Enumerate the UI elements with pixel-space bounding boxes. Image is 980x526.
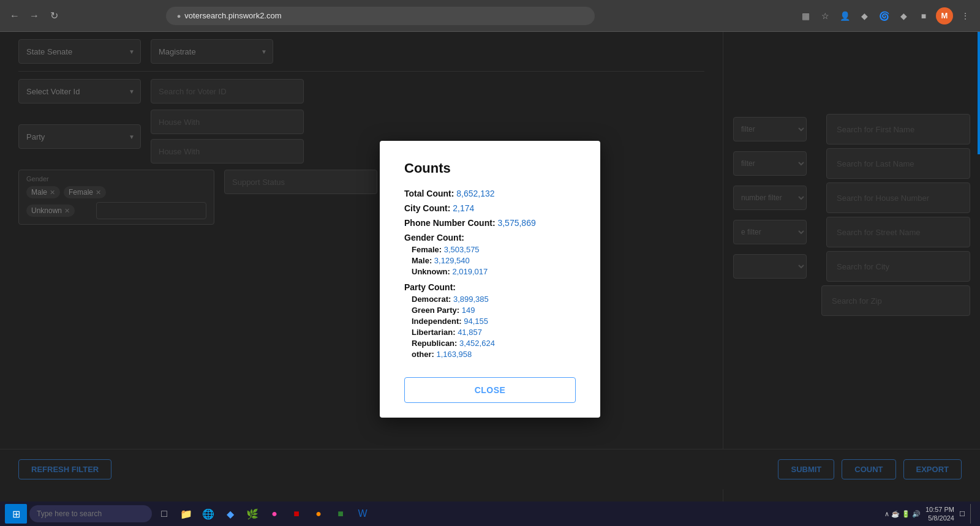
chrome-icon[interactable]: ● [265, 504, 284, 524]
gender-unknown-label: Unknown: [412, 267, 450, 276]
shield-icon[interactable]: ■ [287, 504, 306, 524]
browser-icon-tb[interactable]: 🌐 [198, 504, 218, 524]
modal-title: Counts [404, 160, 576, 176]
party-independent-val: 94,155 [464, 317, 488, 326]
notification-area[interactable]: ☐ [959, 510, 965, 518]
city-count-val: 2,174 [453, 203, 474, 213]
taskbar-search-input[interactable] [29, 505, 152, 522]
taskview-icon[interactable]: □ [154, 504, 174, 524]
phone-count-val: 3,575,869 [497, 218, 535, 228]
extension-icon3[interactable]: ◆ [897, 9, 911, 23]
party-libertarian-label: Libertarian: [412, 328, 456, 337]
modal-overlay: Counts Total Count: 8,652,132 City Count… [0, 32, 980, 526]
party-green-val: 149 [462, 306, 475, 315]
nav-forward-button[interactable]: → [27, 9, 42, 23]
party-democrat-row: Democrat: 3,899,385 [412, 295, 576, 304]
city-count-label: City Count: [404, 203, 450, 213]
party-independent-label: Independent: [412, 317, 462, 326]
gender-male-label: Male: [412, 256, 432, 265]
party-democrat-label: Democrat: [412, 295, 451, 304]
party-independent-row: Independent: 94,155 [412, 317, 576, 326]
party-green-row: Green Party: 149 [412, 306, 576, 315]
files-icon[interactable]: 📁 [176, 504, 196, 524]
party-libertarian-val: 41,857 [458, 328, 482, 337]
gender-count-header: Gender Count: [404, 233, 576, 242]
party-green-label: Green Party: [412, 306, 459, 315]
user-avatar[interactable]: M [936, 7, 953, 24]
address-bar[interactable]: ● votersearch.pinswork2.com [166, 7, 595, 25]
party-count-section: Party Count: Democrat: 3,899,385 Green P… [404, 282, 576, 359]
time: 10:57 PM [925, 505, 954, 514]
party-democrat-val: 3,899,385 [453, 295, 489, 304]
party-republican-label: Republican: [412, 339, 457, 348]
gender-female-row: Female: 3,503,575 [412, 245, 576, 254]
system-tray: ∧ ☕ 🔋 🔊 [884, 510, 921, 518]
city-count-row: City Count: 2,174 [404, 203, 576, 213]
word-icon[interactable]: W [353, 504, 372, 524]
party-republican-val: 3,452,624 [459, 339, 495, 348]
fox-icon[interactable]: ● [309, 504, 328, 524]
nav-refresh-button[interactable]: ↻ [47, 9, 61, 23]
clock: 10:57 PM 5/8/2024 [925, 505, 954, 523]
gender-male-val: 3,129,540 [434, 256, 470, 265]
total-count-row: Total Count: 8,652,132 [404, 189, 576, 198]
leaf-icon[interactable]: 🌿 [243, 504, 262, 524]
counts-modal: Counts Total Count: 8,652,132 City Count… [380, 141, 600, 418]
main-content: State Senate Magistrate Select Volter Id [0, 32, 980, 526]
nav-back-button[interactable]: ← [7, 9, 22, 23]
gender-count-section: Gender Count: Female: 3,503,575 Male: 3,… [404, 233, 576, 276]
party-libertarian-row: Libertarian: 41,857 [412, 328, 576, 337]
party-republican-row: Republican: 3,452,624 [412, 339, 576, 348]
extension-icon2[interactable]: 🌀 [877, 9, 892, 23]
phone-count-row: Phone Number Count: 3,575,869 [404, 218, 576, 228]
party-other-label: other: [412, 350, 434, 359]
gender-unknown-val: 2,019,017 [452, 267, 488, 276]
browser-chrome: ← → ↻ ● votersearch.pinswork2.com ▦ ☆ 👤 … [0, 0, 980, 32]
extension-icon1[interactable]: ◆ [858, 9, 872, 23]
party-other-row: other: 1,163,958 [412, 350, 576, 359]
total-count-label: Total Count: [404, 189, 454, 198]
blue-stripe [978, 32, 980, 154]
gender-female-label: Female: [412, 245, 442, 254]
party-other-val: 1,163,958 [436, 350, 472, 359]
extension-icon4[interactable]: ■ [916, 9, 931, 23]
modal-close-button[interactable]: CLOSE [404, 377, 576, 403]
browser-actions: ▦ ☆ 👤 ◆ 🌀 ◆ ■ M ⋮ [799, 7, 973, 24]
menu-icon[interactable]: ⋮ [958, 9, 973, 23]
gender-unknown-row: Unknown: 2,019,017 [412, 267, 576, 276]
cast-icon[interactable]: ▦ [799, 9, 813, 23]
taskbar-icons: □ 📁 🌐 ◆ 🌿 ● ■ ● ■ W [154, 504, 372, 524]
phone-count-label: Phone Number Count: [404, 218, 496, 228]
gender-male-row: Male: 3,129,540 [412, 256, 576, 265]
show-desktop[interactable] [970, 504, 975, 524]
total-count-val: 8,652,132 [456, 189, 494, 198]
start-button[interactable]: ⊞ [5, 504, 27, 524]
taskbar: ⊞ □ 📁 🌐 ◆ 🌿 ● ■ ● ■ W ∧ ☕ 🔋 🔊 10:57 PM 5… [0, 502, 980, 526]
vscode-icon[interactable]: ◆ [221, 504, 240, 524]
taskbar-right: ∧ ☕ 🔋 🔊 10:57 PM 5/8/2024 ☐ [884, 504, 975, 524]
star-icon[interactable]: ☆ [818, 9, 833, 23]
profile-icon[interactable]: 👤 [838, 9, 853, 23]
excel-icon[interactable]: ■ [331, 504, 350, 524]
party-count-header: Party Count: [404, 282, 576, 292]
gender-female-val: 3,503,575 [444, 245, 480, 254]
date: 5/8/2024 [925, 514, 954, 522]
